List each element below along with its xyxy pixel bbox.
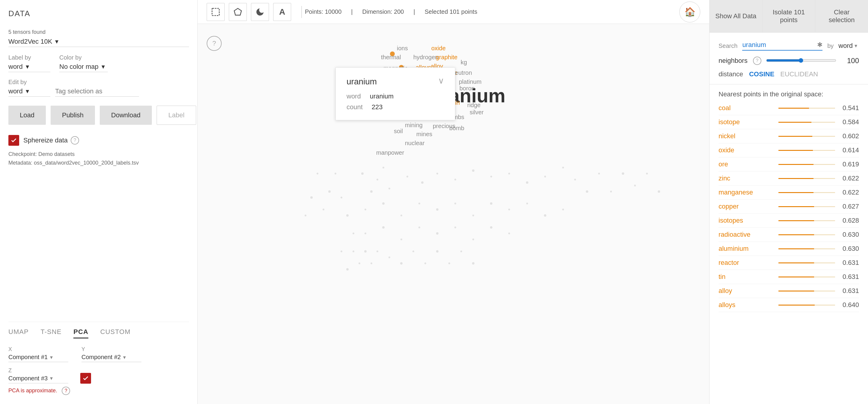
dataset-dropdown[interactable]: Word2Vec 10K ▾	[8, 38, 189, 47]
search-star-icon: ✱	[817, 41, 823, 49]
euclidean-option[interactable]: EUCLIDEAN	[780, 70, 818, 78]
tooltip-close-icon[interactable]: ∧	[438, 77, 444, 87]
nearest-item-name[interactable]: isotope	[718, 118, 778, 126]
nearest-item-name[interactable]: nickel	[718, 132, 778, 140]
svg-text:bomb: bomb	[449, 125, 464, 131]
nearest-bar-wrapper	[778, 136, 835, 137]
nearest-bar-bg	[778, 150, 835, 151]
x-component-dropdown[interactable]: Component #1 ▾	[8, 354, 68, 362]
nearest-item-name[interactable]: alloy	[718, 287, 778, 295]
clear-selection-button[interactable]: Clear selection	[815, 0, 868, 32]
nearest-item-name[interactable]: alloys	[718, 301, 778, 309]
tooltip-word-val: uranium	[370, 93, 394, 100]
svg-point-105	[412, 250, 414, 252]
sphereize-help-icon[interactable]: ?	[71, 136, 79, 144]
svg-text:thermal: thermal	[381, 54, 401, 61]
svg-point-115	[310, 196, 313, 199]
nearest-bar-wrapper	[778, 291, 835, 292]
tensors-found: 5 tensors found	[8, 29, 189, 35]
nearest-bar-fill	[778, 192, 813, 193]
nearest-bar-fill	[778, 234, 814, 235]
svg-point-74	[400, 214, 402, 216]
svg-point-87	[418, 227, 420, 228]
label-button[interactable]: Label	[157, 106, 196, 125]
search-section: Search ✱ by word ▾ neighbors ?	[710, 33, 868, 85]
nearest-item-score: 0.614	[835, 146, 859, 154]
load-button[interactable]: Load	[8, 106, 46, 125]
nearest-item-score: 0.541	[835, 104, 859, 112]
nearest-item-name[interactable]: isotopes	[718, 217, 778, 225]
tab-umap[interactable]: UMAP	[8, 328, 29, 338]
scatter-canvas[interactable]: ions oxide thermal hydrogen graphite mag…	[198, 24, 709, 404]
svg-point-118	[586, 190, 588, 193]
tag-selection-input[interactable]	[55, 88, 139, 97]
svg-point-70	[544, 176, 546, 177]
edit-by-dropdown[interactable]: word ▾	[8, 88, 50, 97]
nearest-item-score: 0.640	[835, 301, 859, 309]
by-dropdown[interactable]: word ▾	[838, 42, 859, 50]
tooltip-word-key: word	[346, 93, 361, 100]
neighbors-label: neighbors ?	[718, 57, 762, 65]
nearest-item-name[interactable]: manganese	[718, 189, 778, 196]
nearest-item: oxide0.614	[718, 143, 859, 158]
nearest-bar-bg	[778, 305, 835, 306]
isolate-points-button[interactable]: Isolate 101 points	[763, 0, 815, 32]
svg-point-60	[370, 190, 373, 193]
nearest-item-name[interactable]: zinc	[718, 174, 778, 182]
z-arrow-icon: ▾	[50, 375, 53, 381]
color-by-dropdown[interactable]: No color map ▾	[59, 63, 108, 72]
svg-text:graphite: graphite	[436, 54, 457, 61]
download-button[interactable]: Download	[100, 106, 152, 125]
nearest-item-name[interactable]: reactor	[718, 259, 778, 267]
svg-point-64	[436, 173, 438, 174]
neighbors-help-icon[interactable]: ?	[753, 57, 762, 65]
nearest-item-name[interactable]: coal	[718, 104, 778, 112]
select-box-icon[interactable]	[207, 3, 225, 21]
label-by-dropdown[interactable]: word ▾	[8, 63, 50, 72]
nearest-bar-bg	[778, 136, 835, 137]
search-input[interactable]	[742, 41, 823, 50]
nearest-bar-wrapper	[778, 192, 835, 193]
y-label: Y	[82, 346, 142, 352]
svg-text:manpower: manpower	[376, 149, 404, 156]
neighbors-slider[interactable]	[766, 58, 836, 63]
sphereize-label: Sphereize data	[23, 136, 68, 144]
home-button[interactable]: 🏠	[679, 1, 700, 23]
nearest-bar-bg	[778, 291, 835, 292]
select-polygon-icon[interactable]	[229, 3, 247, 21]
nearest-item-name[interactable]: aluminium	[718, 245, 778, 252]
tab-pca[interactable]: PCA	[73, 328, 88, 338]
nearest-item-name[interactable]: copper	[718, 203, 778, 210]
nearest-item-name[interactable]: radioactive	[718, 231, 778, 238]
sphereize-checkbox[interactable]	[8, 135, 19, 146]
tab-custom[interactable]: CUSTOM	[100, 328, 131, 338]
show-all-data-button[interactable]: Show All Data	[710, 0, 763, 32]
nearest-bar-fill	[778, 220, 814, 221]
z-checkbox[interactable]	[80, 373, 91, 384]
svg-text:platinum: platinum	[459, 78, 482, 85]
pca-help-icon[interactable]: ?	[62, 386, 70, 395]
publish-button[interactable]: Publish	[51, 106, 95, 125]
nearest-item-name[interactable]: oxide	[718, 146, 778, 154]
night-mode-icon[interactable]	[251, 3, 269, 21]
z-component-dropdown[interactable]: Component #3 ▾	[8, 375, 68, 383]
nearest-item-name[interactable]: ore	[718, 160, 778, 168]
svg-text:mines: mines	[416, 131, 432, 137]
action-buttons: Load Publish Download Label	[8, 106, 189, 125]
nearest-item: alloys0.640	[718, 298, 859, 312]
tab-tsne[interactable]: T-SNE	[41, 328, 62, 338]
y-component-dropdown[interactable]: Component #2 ▾	[82, 354, 142, 362]
svg-point-99	[359, 263, 360, 264]
label-icon[interactable]: A	[273, 3, 291, 21]
cosine-option[interactable]: COSINE	[749, 70, 774, 78]
component-section: X Component #1 ▾ Y Component #2 ▾ Z	[8, 346, 189, 384]
tooltip-title: uranium	[346, 77, 377, 87]
svg-point-116	[305, 214, 306, 216]
svg-point-85	[382, 226, 384, 229]
right-panel: Show All Data Isolate 101 points Clear s…	[709, 0, 868, 404]
nearest-bar-wrapper	[778, 234, 835, 235]
nearest-item-score: 0.628	[835, 217, 859, 225]
projection-tabs: UMAP T-SNE PCA CUSTOM	[8, 322, 189, 338]
nearest-item-name[interactable]: tin	[718, 273, 778, 281]
nearest-item: isotope0.584	[718, 115, 859, 129]
